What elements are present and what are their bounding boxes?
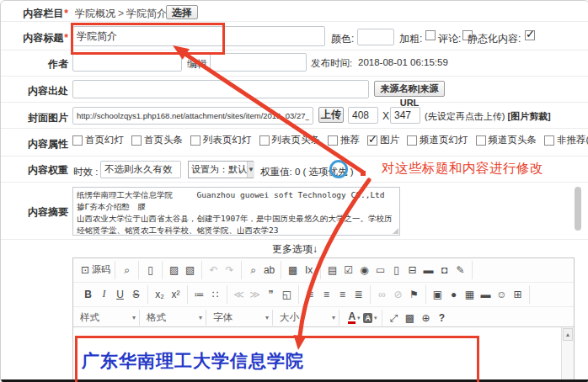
find-icon[interactable]: ⌕ bbox=[246, 263, 260, 278]
text-field-icon[interactable]: ▭ bbox=[373, 263, 388, 278]
checkbox-icon[interactable] bbox=[259, 135, 270, 146]
image-icon[interactable]: ▣ bbox=[430, 287, 445, 302]
superscript-icon[interactable]: x² bbox=[168, 287, 183, 302]
image-button-icon[interactable]: ◘ bbox=[437, 263, 452, 278]
static-option-label: 静态化内容: bbox=[468, 32, 521, 46]
upload-button[interactable]: 上传 bbox=[318, 107, 344, 123]
cover-height-input[interactable] bbox=[390, 107, 420, 124]
checkbox-icon[interactable] bbox=[328, 135, 338, 146]
checkbox-icon[interactable]: ☑ bbox=[341, 263, 355, 278]
attribute-checkbox-item[interactable]: 首页幻灯 bbox=[72, 134, 124, 146]
scroll-up-icon[interactable]: ▲ bbox=[563, 328, 573, 341]
static-content-checkbox[interactable] bbox=[525, 30, 535, 40]
checkbox-icon[interactable] bbox=[367, 135, 377, 146]
div-container-icon[interactable]: ◱ bbox=[280, 287, 294, 302]
chevron-down-icon: ▾ bbox=[132, 314, 136, 321]
text-color-button[interactable]: A▾ bbox=[347, 310, 361, 326]
editor-input[interactable] bbox=[210, 53, 307, 72]
select-all-icon[interactable]: ▩ bbox=[286, 263, 300, 278]
button-icon[interactable]: ▬ bbox=[421, 263, 436, 278]
attribute-checkbox-item[interactable]: 非推荐(默认无需设置) bbox=[544, 134, 588, 146]
time-limit-input[interactable] bbox=[100, 161, 181, 178]
font-combo[interactable]: 字体▾ bbox=[210, 310, 273, 326]
anchor-icon[interactable]: ⚑ bbox=[407, 287, 421, 302]
about-icon[interactable]: ? bbox=[435, 310, 449, 326]
bold-checkbox[interactable] bbox=[425, 30, 436, 40]
smiley-icon[interactable]: ☺ bbox=[494, 287, 509, 302]
attribute-checkbox-item[interactable]: 图片 bbox=[367, 134, 399, 146]
select-field-icon[interactable]: ⊟ bbox=[405, 263, 420, 278]
document-props-icon[interactable]: ⊕ bbox=[419, 310, 433, 326]
paste-word-icon[interactable]: ▧ bbox=[183, 263, 197, 278]
bg-color-button[interactable]: A▾ bbox=[363, 310, 377, 326]
preview-icon[interactable]: ⌕ bbox=[120, 263, 134, 278]
more-options-link[interactable]: 更多选项↓ bbox=[1, 242, 588, 257]
format-combo[interactable]: 格式▾ bbox=[143, 310, 206, 326]
select-category-button[interactable]: 选择 bbox=[166, 5, 198, 19]
attribute-checkbox-item[interactable]: 频道页幻灯 bbox=[407, 134, 468, 146]
crop-image-link[interactable]: [图片剪裁] bbox=[507, 111, 550, 121]
checkbox-icon[interactable] bbox=[131, 135, 142, 146]
source-name-url-button[interactable]: 来源名称|来源URL bbox=[374, 81, 445, 97]
template-icon[interactable]: ▯ bbox=[143, 263, 158, 278]
toolbar-group: ▯ bbox=[139, 261, 163, 279]
underline-icon[interactable]: U bbox=[113, 287, 127, 302]
checkbox-icon[interactable] bbox=[407, 135, 417, 146]
textarea-icon[interactable]: ▯ bbox=[389, 263, 404, 278]
attribute-checkbox-item[interactable]: 频道页头条 bbox=[476, 134, 537, 146]
bold-icon[interactable]: B bbox=[81, 287, 95, 302]
checkbox-icon[interactable] bbox=[190, 135, 200, 146]
summary-textarea[interactable]: 纸愣华南理工大学信息学院 Guanzhou guowei soft Techno… bbox=[72, 187, 400, 236]
editor-content-area[interactable]: 广东华南理工大学信息学院 ▲ bbox=[73, 326, 574, 382]
numbered-list-icon[interactable]: ≔ bbox=[192, 287, 206, 302]
content-edit-page: 内容栏目* 学院概况>学院简介> 选择 内容标题* 颜色: 加粗: 评论: 静态… bbox=[0, 0, 588, 382]
align-justify-icon[interactable]: ≣ bbox=[351, 287, 366, 302]
style-combo[interactable]: 样式▾ bbox=[77, 310, 140, 326]
form-icon[interactable]: ▤ bbox=[325, 263, 339, 278]
checkbox-icon[interactable] bbox=[544, 135, 554, 146]
checkbox-icon[interactable] bbox=[72, 135, 83, 146]
cover-width-input[interactable] bbox=[348, 107, 378, 124]
resize-grip[interactable] bbox=[393, 228, 398, 234]
title-color-input[interactable] bbox=[357, 29, 394, 45]
publish-time-label: 发布时间: bbox=[311, 57, 352, 70]
attribute-checkbox-item[interactable]: 推荐 bbox=[328, 134, 360, 146]
remove-format-icon[interactable]: Ix bbox=[302, 263, 316, 278]
page-scrollbar-thumb[interactable] bbox=[575, 187, 581, 231]
chevron-down-icon: ▾ bbox=[265, 314, 269, 321]
maximize-icon[interactable]: ⤢ bbox=[387, 310, 401, 326]
title-input[interactable] bbox=[72, 26, 325, 46]
weight-set-select[interactable]: 设置为：默认 ▼ bbox=[188, 161, 254, 178]
italic-icon[interactable]: I bbox=[97, 287, 111, 302]
bulleted-list-icon[interactable]: ∷ bbox=[208, 287, 222, 302]
breadcrumb-link-intro[interactable]: 学院简介 bbox=[126, 8, 167, 19]
align-right-icon[interactable]: ≡ bbox=[335, 287, 350, 302]
horizontal-rule-icon[interactable]: ▬ bbox=[478, 287, 493, 302]
size-combo[interactable]: 大小▾ bbox=[276, 310, 339, 326]
divider bbox=[1, 50, 588, 50]
cover-url-input[interactable] bbox=[72, 107, 313, 125]
attribute-checkbox-item[interactable]: 首页头条 bbox=[131, 134, 183, 146]
radio-icon[interactable]: ◉ bbox=[357, 263, 372, 278]
source-icon[interactable]: ⊡源码 bbox=[81, 263, 110, 278]
checkbox-icon[interactable] bbox=[476, 135, 486, 146]
paste-text-icon[interactable]: ▨ bbox=[167, 263, 181, 278]
source-input[interactable] bbox=[72, 80, 369, 98]
author-input[interactable] bbox=[72, 53, 182, 72]
hidden-field-icon[interactable]: ✎ bbox=[453, 263, 468, 278]
editor-scrollbar[interactable]: ▲ bbox=[561, 327, 574, 382]
flash-icon[interactable]: ● bbox=[446, 287, 461, 302]
page-break-icon[interactable]: ⊞ bbox=[510, 287, 525, 302]
attribute-checkbox-item[interactable]: 列表页头条 bbox=[259, 134, 321, 146]
table-icon[interactable]: ▦ bbox=[462, 287, 477, 302]
align-left-icon[interactable]: ≡ bbox=[303, 287, 318, 302]
attribute-label: 首页头条 bbox=[144, 134, 183, 146]
attribute-checkbox-item[interactable]: 列表页幻灯 bbox=[190, 134, 252, 146]
align-center-icon[interactable]: ≡ bbox=[319, 287, 334, 302]
show-blocks-icon[interactable]: ▩ bbox=[403, 310, 417, 326]
blockquote-icon[interactable]: ” bbox=[264, 287, 278, 302]
subscript-icon[interactable]: x₂ bbox=[152, 287, 167, 302]
strikethrough-icon[interactable]: S bbox=[129, 287, 143, 302]
breadcrumb-link-overview[interactable]: 学院概况 bbox=[75, 8, 115, 19]
replace-icon[interactable]: ab bbox=[262, 263, 276, 278]
